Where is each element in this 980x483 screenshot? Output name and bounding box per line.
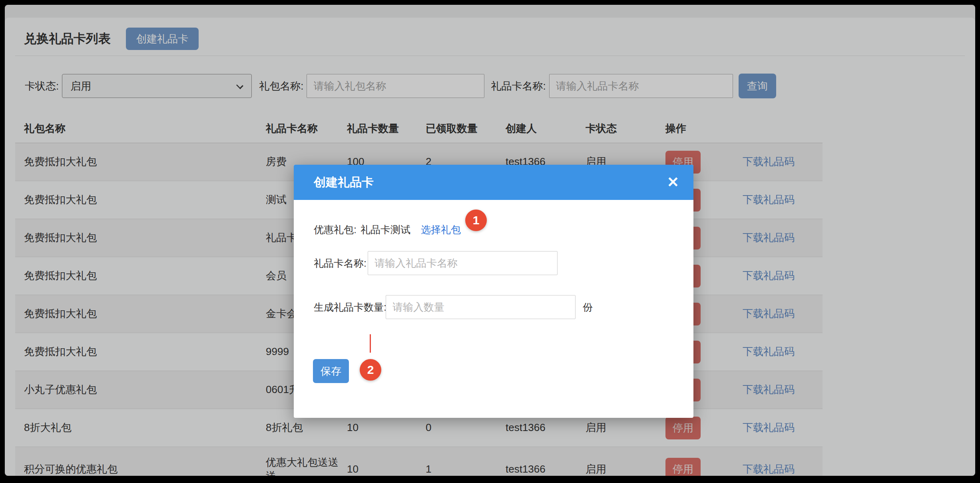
annotation-step-badge-1: 1 <box>465 210 487 231</box>
modal-package-label: 优惠礼包: <box>314 223 357 236</box>
annotation-red-line <box>370 334 371 353</box>
annotation-step-badge-2: 2 <box>360 359 381 381</box>
modal-body: 优惠礼包: 礼品卡测试 选择礼包 礼品卡名称: 生成礼品卡数量: 份 保存 <box>294 223 693 383</box>
modal-title: 创建礼品卡 <box>314 174 667 191</box>
card-name-field-row: 礼品卡名称: <box>314 251 673 275</box>
close-icon[interactable]: ✕ <box>667 175 679 190</box>
save-button[interactable]: 保存 <box>313 359 349 383</box>
create-gift-card-modal: 创建礼品卡 ✕ 优惠礼包: 礼品卡测试 选择礼包 礼品卡名称: 生成礼品卡数量:… <box>294 165 693 418</box>
modal-card-name-input[interactable] <box>368 251 558 275</box>
modal-qty-input[interactable] <box>386 295 576 319</box>
modal-card-name-label: 礼品卡名称: <box>314 257 368 270</box>
qty-field-row: 生成礼品卡数量: 份 <box>314 295 673 319</box>
modal-package-value: 礼品卡测试 <box>361 223 410 236</box>
choose-package-link[interactable]: 选择礼包 <box>421 223 461 236</box>
modal-qty-label: 生成礼品卡数量: <box>314 301 386 314</box>
modal-header: 创建礼品卡 ✕ <box>294 165 693 200</box>
package-row: 优惠礼包: 礼品卡测试 选择礼包 <box>314 223 673 236</box>
qty-unit-label: 份 <box>583 301 593 314</box>
